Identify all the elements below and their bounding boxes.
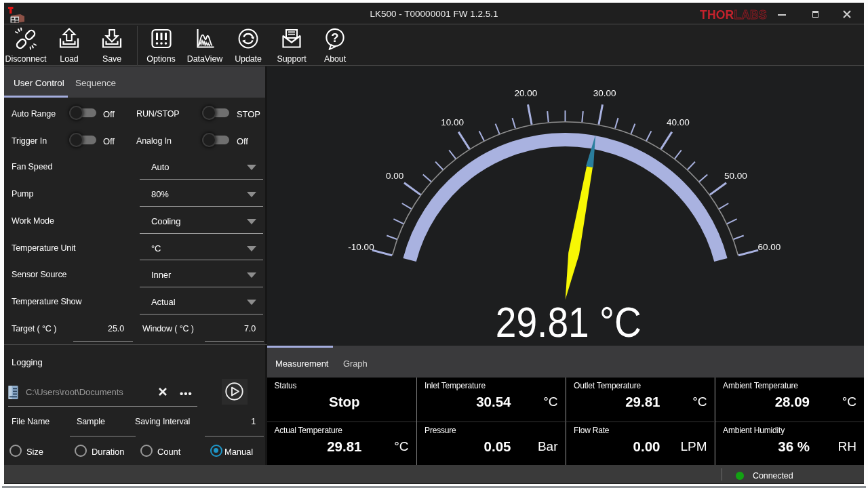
svg-text:20.00: 20.00 — [514, 88, 537, 98]
svg-text:60.00: 60.00 — [757, 242, 781, 252]
svg-text:?: ? — [331, 30, 338, 45]
svg-text:0.00: 0.00 — [386, 171, 403, 181]
svg-text:50.00: 50.00 — [724, 171, 747, 181]
svg-text:40.00: 40.00 — [666, 117, 689, 127]
svg-text:-10.00: -10.00 — [348, 242, 374, 252]
svg-text:30.00: 30.00 — [593, 88, 616, 98]
svg-text:29.81 °C: 29.81 °C — [495, 298, 641, 346]
svg-text:10.00: 10.00 — [441, 117, 464, 127]
